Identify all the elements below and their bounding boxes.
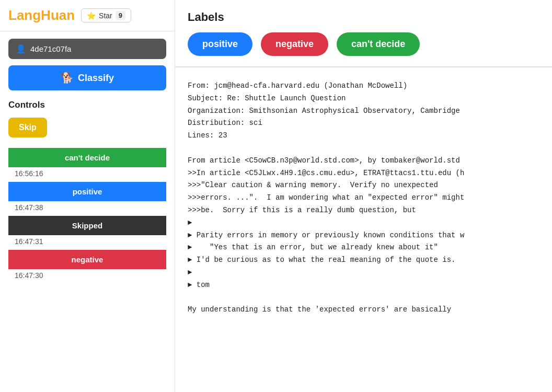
label-btn-positive[interactable]: positive — [188, 32, 252, 56]
history-time: 16:47:30 — [8, 269, 166, 284]
logo-huan: Huan — [41, 7, 75, 23]
email-line: Subject: Re: Shuttle Launch Question — [188, 93, 539, 105]
email-line: ► — [188, 267, 539, 279]
label-btn-negative[interactable]: negative — [261, 32, 328, 56]
github-icon: ⭐ — [87, 11, 96, 20]
email-content: From: jcm@head-cfa.harvard.edu (Jonathan… — [175, 67, 552, 392]
user-button[interactable]: 👤 4de71c07fa — [8, 39, 166, 59]
star-button[interactable]: ⭐ Star 9 — [81, 8, 131, 22]
email-line: >>>"Clear caution & warning memory. Veri… — [188, 179, 539, 192]
email-line: >>>be. Sorry if this is a really dumb qu… — [188, 204, 539, 217]
star-label: Star — [99, 11, 112, 20]
history-badge-positive[interactable]: positive — [8, 182, 166, 201]
email-line: My understanding is that the 'expected e… — [188, 304, 539, 316]
sidebar: LangHuan ⭐ Star 9 👤 4de71c07fa 🐕 Classif… — [0, 0, 175, 392]
history-item: Skipped16:47:31 — [8, 216, 166, 250]
history-item: can't decide16:56:16 — [8, 148, 166, 182]
controls-label: Controls — [8, 100, 166, 110]
email-line: ► Parity errors in memory or previously … — [188, 229, 539, 242]
history-badge-negative[interactable]: negative — [8, 250, 166, 269]
email-line: ► I'd be curious as to what the real mea… — [188, 254, 539, 267]
main-content: Labels positivenegativecan't decide From… — [175, 0, 552, 392]
classify-button[interactable]: 🐕 Classify — [8, 65, 166, 90]
dog-icon: 🐕 — [61, 72, 74, 84]
history-list: can't decide16:56:16positive16:47:38Skip… — [8, 148, 166, 284]
email-line: ► "Yes that is an error, but we already … — [188, 241, 539, 254]
email-line: Lines: 23 — [188, 130, 539, 142]
history-time: 16:47:31 — [8, 235, 166, 250]
history-item: negative16:47:30 — [8, 250, 166, 284]
email-line: >>In article <C5JLwx.4H9.1@cs.cmu.edu>, … — [188, 167, 539, 180]
logo: LangHuan — [8, 7, 75, 24]
email-line — [188, 292, 539, 304]
header: LangHuan ⭐ Star 9 — [0, 0, 175, 31]
email-line: Organization: Smithsonian Astrophysical … — [188, 105, 539, 118]
label-btn-cant-decide[interactable]: can't decide — [337, 32, 420, 56]
email-line: From: jcm@head-cfa.harvard.edu (Jonathan… — [188, 80, 539, 93]
star-count: 9 — [116, 11, 125, 20]
user-id: 4de71c07fa — [30, 44, 71, 53]
classify-label: Classify — [78, 73, 114, 84]
email-line: Distribution: sci — [188, 117, 539, 130]
history-time: 16:56:16 — [8, 167, 166, 182]
email-line — [188, 142, 539, 155]
labels-title: Labels — [188, 10, 539, 24]
email-line: >>>errors. ...". I am wondering what an … — [188, 192, 539, 204]
labels-row: positivenegativecan't decide — [188, 32, 539, 56]
controls-section: Controls Skip can't decide16:56:16positi… — [0, 90, 175, 284]
email-line: ► tom — [188, 279, 539, 292]
history-badge-cant-decide[interactable]: can't decide — [8, 148, 166, 167]
logo-lang: Lang — [8, 7, 41, 23]
history-badge-skipped[interactable]: Skipped — [8, 216, 166, 235]
email-line: From article <C5owCB.n3p@world.std.com>,… — [188, 155, 539, 167]
history-time: 16:47:38 — [8, 201, 166, 216]
email-line: ► — [188, 217, 539, 229]
history-item: positive16:47:38 — [8, 182, 166, 216]
labels-section: Labels positivenegativecan't decide — [175, 0, 552, 67]
user-icon: 👤 — [16, 44, 26, 54]
skip-button[interactable]: Skip — [8, 118, 47, 137]
